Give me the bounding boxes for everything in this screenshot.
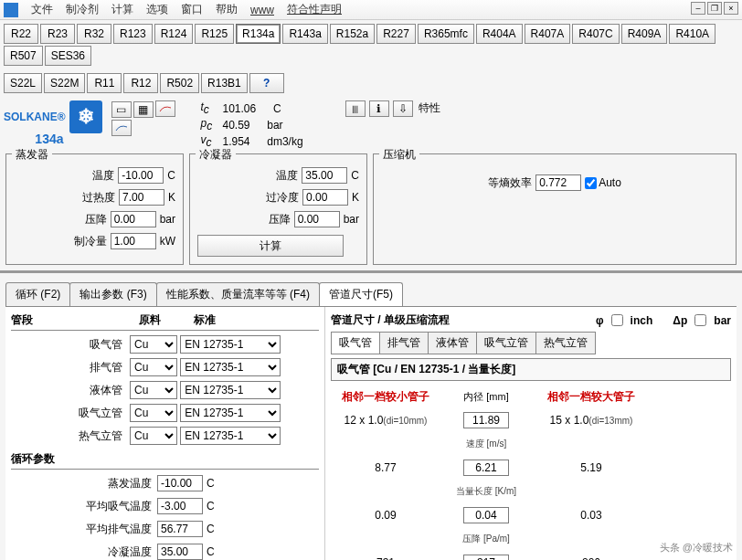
refrigerant-R365mfc[interactable]: R365mfc xyxy=(418,24,474,44)
seg-mat-0[interactable]: Cu xyxy=(130,335,177,354)
refrigerant-S22M[interactable]: S22M xyxy=(44,73,85,93)
cycle-label-0: 蒸发温度 xyxy=(11,476,157,491)
seg-mat-1[interactable]: Cu xyxy=(130,358,177,376)
props-button-label[interactable]: 特性 xyxy=(419,100,440,117)
seg-mat-3[interactable]: Cu xyxy=(130,404,177,422)
tab-pipe[interactable]: 管道尺寸(F5) xyxy=(319,282,403,306)
tool-info-icon[interactable]: ℹ xyxy=(369,100,389,117)
restore-icon[interactable]: ❐ xyxy=(707,2,722,15)
cycle-label-2: 平均排气温度 xyxy=(11,522,157,537)
refrigerant-R124[interactable]: R124 xyxy=(154,24,194,44)
subtab-2[interactable]: 液体管 xyxy=(428,332,477,354)
refrigerant-R507[interactable]: R507 xyxy=(4,46,43,66)
toolbar-icon-4[interactable] xyxy=(111,120,132,136)
menu-help[interactable]: 帮助 xyxy=(216,2,238,17)
refrigerant-R125[interactable]: R125 xyxy=(195,24,234,44)
pc-unit: bar xyxy=(267,119,282,132)
cycle-input-1[interactable] xyxy=(157,498,203,514)
seg-std-4[interactable]: EN 12735-1 xyxy=(180,427,281,445)
refrigerant-R409A[interactable]: R409A xyxy=(621,24,668,44)
seg-std-0[interactable]: EN 12735-1 xyxy=(180,335,281,354)
col-id-header: 内径 [mm] xyxy=(440,390,532,404)
cond-temp-label: 温度 xyxy=(252,168,298,184)
toolbar-icon-1[interactable]: ▭ xyxy=(111,101,132,118)
help-button[interactable]: ? xyxy=(249,73,284,93)
minimize-icon[interactable]: – xyxy=(691,2,705,15)
refrigerant-SES36[interactable]: SES36 xyxy=(45,46,91,66)
refrigerant-S22L[interactable]: S22L xyxy=(4,73,42,93)
calc-button[interactable]: 计算 xyxy=(197,235,344,257)
seg-std-2[interactable]: EN 12735-1 xyxy=(180,381,281,399)
tab-cycle[interactable]: 循环 (F2) xyxy=(5,282,70,306)
isentropic-eff-input[interactable] xyxy=(535,174,581,191)
subtab-1[interactable]: 排气管 xyxy=(379,332,429,354)
cond-dp-label: 压降 xyxy=(245,212,291,227)
refrigerant-R23[interactable]: R23 xyxy=(40,24,75,44)
auto-checkbox[interactable] xyxy=(585,177,597,189)
evap-temp-input[interactable] xyxy=(118,167,164,184)
close-icon[interactable]: × xyxy=(724,2,738,15)
evap-temp-unit: C xyxy=(167,169,175,182)
cycle-unit-2: C xyxy=(207,523,215,535)
refrigerant-R143a[interactable]: R143a xyxy=(282,24,327,44)
cond-temp-input[interactable] xyxy=(302,167,347,184)
seg-std-3[interactable]: EN 12735-1 xyxy=(180,404,281,422)
refrigerant-R407C[interactable]: R407C xyxy=(572,24,619,44)
di-large: (di=13mm) xyxy=(588,416,632,426)
menu-window[interactable]: 窗口 xyxy=(181,2,203,17)
tab-output[interactable]: 输出参数 (F3) xyxy=(69,282,156,306)
seg-mat-2[interactable]: Cu xyxy=(130,381,177,399)
cycle-input-3 xyxy=(157,544,203,560)
id-input[interactable] xyxy=(463,412,509,428)
refrigerant-R404A[interactable]: R404A xyxy=(476,24,523,44)
cycle-input-2[interactable] xyxy=(157,521,203,537)
cycle-params-title: 循环参数 xyxy=(11,449,319,470)
menu-refrigerant[interactable]: 制冷剂 xyxy=(66,2,99,17)
pipe-dim-title: 管道尺寸 / 单级压缩流程 xyxy=(331,312,450,328)
evaporator-title: 蒸发器 xyxy=(12,147,52,163)
di-small: (di=10mm) xyxy=(383,416,427,426)
toolbar-icon-2[interactable]: ▦ xyxy=(133,101,154,118)
cond-dp-input[interactable] xyxy=(294,211,340,227)
subtab-3[interactable]: 吸气立管 xyxy=(476,332,536,354)
subtab-4[interactable]: 热气立管 xyxy=(535,332,596,354)
refrigerant-R134a[interactable]: R134a xyxy=(236,24,281,44)
menu-calc[interactable]: 计算 xyxy=(111,2,133,17)
cond-sc-input[interactable] xyxy=(302,189,348,206)
refrigerant-R123[interactable]: R123 xyxy=(113,24,153,44)
inch-checkbox[interactable] xyxy=(611,314,623,326)
refrigerant-R22[interactable]: R22 xyxy=(4,24,38,44)
menu-compliance[interactable]: 符合性声明 xyxy=(287,2,342,17)
menu-www[interactable]: www xyxy=(250,4,274,16)
cond-sc-label: 过冷度 xyxy=(253,190,299,206)
tab-cop[interactable]: 性能系数、质量流率等等 (F4) xyxy=(156,282,320,306)
evap-q-input[interactable] xyxy=(111,233,156,249)
subtab-0[interactable]: 吸气管 xyxy=(331,332,380,354)
refrigerant-R227[interactable]: R227 xyxy=(376,24,416,44)
refrigerant-R13B1[interactable]: R13B1 xyxy=(201,73,248,93)
evap-dp-input[interactable] xyxy=(111,211,156,227)
splitter-handle[interactable] xyxy=(0,270,742,273)
bar-checkbox[interactable] xyxy=(694,314,706,326)
refrigerant-R11[interactable]: R11 xyxy=(87,73,122,93)
refrigerant-R410A[interactable]: R410A xyxy=(669,24,716,44)
size-small: 12 x 1.0 xyxy=(344,414,384,427)
cycle-input-0 xyxy=(157,475,203,491)
menu-options[interactable]: 选项 xyxy=(146,2,168,17)
evap-sh-input[interactable] xyxy=(119,189,164,206)
refrigerant-R32[interactable]: R32 xyxy=(77,24,111,44)
seg-mat-4[interactable]: Cu xyxy=(130,427,177,445)
seg-std-1[interactable]: EN 12735-1 xyxy=(180,358,281,376)
evap-sh-label: 过热度 xyxy=(69,190,115,206)
cond-dp-unit: bar xyxy=(344,213,359,226)
refrigerant-R502[interactable]: R502 xyxy=(160,73,199,93)
refrigerant-R12[interactable]: R12 xyxy=(123,73,158,93)
tool-bottles-icon[interactable]: ⫼ xyxy=(345,100,366,117)
toolbar-icon-3[interactable] xyxy=(155,100,175,117)
menu-file[interactable]: 文件 xyxy=(31,2,53,17)
refrigerant-R407A[interactable]: R407A xyxy=(525,24,571,44)
refrigerant-R152a[interactable]: R152a xyxy=(330,24,375,44)
pc-label: pc xyxy=(201,117,217,132)
condenser-title: 冷凝器 xyxy=(196,147,236,163)
tool-down-icon[interactable]: ⇩ xyxy=(393,100,413,117)
